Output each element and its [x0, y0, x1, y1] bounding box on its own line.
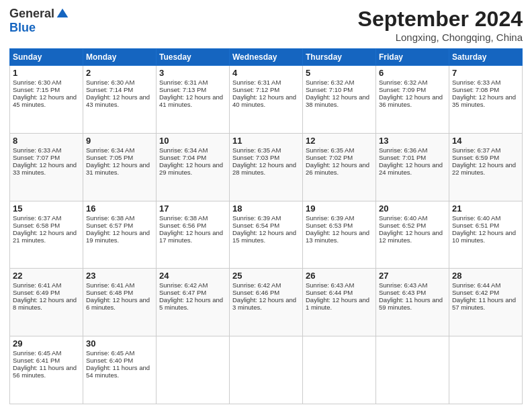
sunset-text: Sunset: 6:56 PM — [159, 222, 206, 229]
empty-cell — [449, 336, 523, 404]
logo-icon — [56, 7, 69, 21]
daylight-text: Daylight: 11 hours and 56 minutes. — [13, 364, 77, 379]
day-number: 22 — [13, 271, 80, 281]
daylight-text: Daylight: 12 hours and 21 minutes. — [13, 229, 77, 244]
daylight-text: Daylight: 12 hours and 5 minutes. — [159, 296, 223, 311]
table-row: 8 Sunrise: 6:33 AM Sunset: 7:07 PM Dayli… — [10, 133, 523, 201]
day-number: 5 — [306, 68, 373, 78]
sunrise-text: Sunrise: 6:43 AM — [379, 281, 427, 289]
calendar-header-row: Sunday Monday Tuesday Wednesday Thursday… — [10, 49, 523, 66]
daylight-text: Daylight: 12 hours and 10 minutes. — [452, 229, 516, 244]
sunset-text: Sunset: 6:59 PM — [452, 154, 499, 161]
month-title: September 2024 — [358, 7, 523, 32]
sunset-text: Sunset: 6:54 PM — [232, 222, 279, 229]
sunset-text: Sunset: 6:51 PM — [452, 222, 499, 229]
logo: General Blue — [9, 7, 69, 35]
day-number: 3 — [159, 68, 226, 78]
sunrise-text: Sunrise: 6:37 AM — [13, 214, 61, 222]
table-row: 29 Sunrise: 6:45 AM Sunset: 6:41 PM Dayl… — [10, 336, 523, 404]
daylight-text: Daylight: 12 hours and 13 minutes. — [306, 229, 369, 244]
table-cell: 28 Sunrise: 6:44 AM Sunset: 6:42 PM Dayl… — [449, 269, 523, 336]
sunrise-text: Sunrise: 6:33 AM — [13, 146, 61, 154]
table-cell: 13 Sunrise: 6:36 AM Sunset: 7:01 PM Dayl… — [376, 133, 449, 201]
sunset-text: Sunset: 6:47 PM — [159, 289, 206, 296]
sunset-text: Sunset: 6:42 PM — [452, 289, 499, 296]
sunrise-text: Sunrise: 6:38 AM — [86, 214, 134, 222]
sunset-text: Sunset: 7:13 PM — [159, 86, 206, 93]
sunset-text: Sunset: 6:52 PM — [379, 222, 426, 229]
sunset-text: Sunset: 7:09 PM — [379, 86, 426, 93]
daylight-text: Daylight: 12 hours and 8 minutes. — [13, 296, 77, 311]
table-cell: 6 Sunrise: 6:32 AM Sunset: 7:09 PM Dayli… — [376, 66, 449, 134]
sunrise-text: Sunrise: 6:32 AM — [306, 79, 354, 86]
col-tuesday: Tuesday — [157, 49, 230, 66]
daylight-text: Daylight: 12 hours and 31 minutes. — [86, 161, 150, 176]
daylight-text: Daylight: 12 hours and 24 minutes. — [379, 161, 443, 176]
col-saturday: Saturday — [449, 49, 523, 66]
sunrise-text: Sunrise: 6:43 AM — [306, 281, 354, 289]
sunrise-text: Sunrise: 6:37 AM — [452, 146, 500, 154]
sunset-text: Sunset: 6:58 PM — [13, 222, 60, 229]
day-number: 7 — [452, 68, 519, 78]
table-cell: 3 Sunrise: 6:31 AM Sunset: 7:13 PM Dayli… — [157, 66, 230, 134]
day-number: 6 — [379, 68, 446, 78]
sunrise-text: Sunrise: 6:40 AM — [379, 214, 427, 222]
sunset-text: Sunset: 7:05 PM — [86, 154, 133, 161]
sunset-text: Sunset: 6:48 PM — [86, 289, 133, 296]
table-row: 1 Sunrise: 6:30 AM Sunset: 7:15 PM Dayli… — [10, 66, 523, 134]
daylight-text: Daylight: 12 hours and 35 minutes. — [452, 93, 516, 108]
sunrise-text: Sunrise: 6:32 AM — [379, 79, 427, 86]
day-number: 8 — [13, 136, 80, 146]
day-number: 29 — [13, 338, 80, 349]
sunrise-text: Sunrise: 6:39 AM — [232, 214, 281, 222]
table-cell: 7 Sunrise: 6:33 AM Sunset: 7:08 PM Dayli… — [449, 66, 523, 134]
sunrise-text: Sunrise: 6:42 AM — [232, 281, 281, 289]
daylight-text: Daylight: 11 hours and 54 minutes. — [86, 364, 150, 379]
table-cell: 30 Sunrise: 6:45 AM Sunset: 6:40 PM Dayl… — [83, 336, 157, 404]
sunset-text: Sunset: 7:12 PM — [232, 86, 279, 93]
table-cell: 29 Sunrise: 6:45 AM Sunset: 6:41 PM Dayl… — [10, 336, 83, 404]
day-number: 27 — [379, 271, 446, 281]
empty-cell — [303, 336, 376, 404]
sunrise-text: Sunrise: 6:31 AM — [159, 79, 208, 86]
table-cell: 1 Sunrise: 6:30 AM Sunset: 7:15 PM Dayli… — [10, 66, 83, 134]
table-cell: 11 Sunrise: 6:35 AM Sunset: 7:03 PM Dayl… — [230, 133, 303, 201]
table-cell: 17 Sunrise: 6:38 AM Sunset: 6:56 PM Dayl… — [157, 201, 230, 269]
daylight-text: Daylight: 12 hours and 36 minutes. — [379, 93, 443, 108]
daylight-text: Daylight: 12 hours and 6 minutes. — [86, 296, 150, 311]
sunset-text: Sunset: 7:07 PM — [13, 154, 60, 161]
sunrise-text: Sunrise: 6:31 AM — [232, 79, 281, 86]
daylight-text: Daylight: 12 hours and 1 minute. — [306, 296, 369, 311]
day-number: 1 — [13, 68, 80, 78]
table-cell: 27 Sunrise: 6:43 AM Sunset: 6:43 PM Dayl… — [376, 269, 449, 336]
sunset-text: Sunset: 7:01 PM — [379, 154, 426, 161]
day-number: 15 — [13, 203, 80, 214]
table-cell: 8 Sunrise: 6:33 AM Sunset: 7:07 PM Dayli… — [10, 133, 83, 201]
title-block: September 2024 Longxing, Chongqing, Chin… — [358, 7, 523, 43]
daylight-text: Daylight: 12 hours and 41 minutes. — [159, 93, 223, 108]
sunrise-text: Sunrise: 6:35 AM — [306, 146, 354, 154]
sunrise-text: Sunrise: 6:42 AM — [159, 281, 208, 289]
sunrise-text: Sunrise: 6:34 AM — [86, 146, 134, 154]
day-number: 2 — [86, 68, 153, 78]
logo-general-text: General — [9, 7, 54, 21]
sunset-text: Sunset: 6:41 PM — [13, 357, 60, 364]
daylight-text: Daylight: 12 hours and 45 minutes. — [13, 93, 77, 108]
daylight-text: Daylight: 12 hours and 28 minutes. — [232, 161, 296, 176]
page: General Blue September 2024 Longxing, Ch… — [0, 0, 532, 411]
day-number: 11 — [232, 136, 300, 146]
svg-marker-0 — [57, 8, 69, 17]
header: General Blue September 2024 Longxing, Ch… — [9, 7, 523, 43]
table-cell: 15 Sunrise: 6:37 AM Sunset: 6:58 PM Dayl… — [10, 201, 83, 269]
col-monday: Monday — [83, 49, 157, 66]
sunrise-text: Sunrise: 6:40 AM — [452, 214, 500, 222]
sunset-text: Sunset: 6:43 PM — [379, 289, 426, 296]
sunrise-text: Sunrise: 6:30 AM — [86, 79, 134, 86]
empty-cell — [230, 336, 303, 404]
day-number: 13 — [379, 136, 446, 146]
day-number: 23 — [86, 271, 153, 281]
day-number: 21 — [452, 203, 519, 214]
calendar-table: Sunday Monday Tuesday Wednesday Thursday… — [9, 48, 523, 404]
day-number: 26 — [306, 271, 373, 281]
table-cell: 2 Sunrise: 6:30 AM Sunset: 7:14 PM Dayli… — [83, 66, 157, 134]
